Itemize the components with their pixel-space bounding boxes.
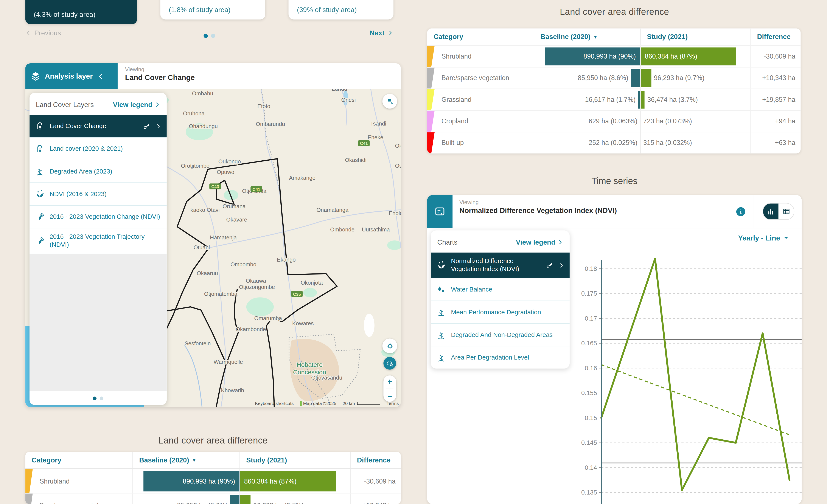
summary-card-selected[interactable]: (4.3% of study area) — [26, 0, 137, 24]
map-town-label: Okonjota — [301, 280, 323, 286]
map-town-label: Otuani — [194, 244, 210, 250]
area-search-button[interactable] — [383, 94, 397, 109]
table-row[interactable]: Grassland16,617 ha (1.7%)36,474 ha (3.7%… — [427, 89, 801, 110]
scale-indicator: 20 km — [343, 401, 380, 406]
charts-panel-title: Charts — [437, 238, 457, 246]
zoom-in-button[interactable]: + — [387, 377, 392, 386]
svg-text:0.15: 0.15 — [585, 414, 597, 421]
map-attribution: Keyboard shortcuts Map data ©2025 20 km … — [255, 401, 399, 406]
chart-view-button[interactable] — [763, 203, 779, 219]
layers-panel-title: Land Cover Layers — [36, 101, 94, 109]
road-badge-label: C43 — [211, 184, 219, 189]
column-header[interactable]: Baseline (2020)▼ — [132, 452, 239, 468]
summary-card[interactable]: (1.8% of study area) — [160, 0, 265, 19]
summary-card[interactable]: (39% of study area) — [289, 0, 393, 19]
map-town-label: Ombarundu — [256, 121, 285, 127]
table-row[interactable]: Built-up252 ha (0.025%)315 ha (0.032%)+6… — [427, 132, 801, 153]
layers-panel-pagination[interactable] — [30, 391, 167, 405]
landcover-icon — [35, 144, 45, 154]
column-header[interactable]: Difference — [750, 29, 800, 45]
time-series-tab[interactable] — [427, 195, 453, 228]
crosshair-icon — [385, 342, 394, 351]
bar-chart-icon — [767, 208, 775, 215]
layers-icon — [31, 71, 41, 82]
collapse-chevron-icon[interactable] — [97, 72, 104, 80]
ndvi-icon — [35, 189, 45, 199]
map-town-label: Oukongo — [218, 158, 241, 164]
column-header[interactable]: Difference — [350, 452, 401, 468]
difference-cell: +94 ha — [750, 111, 800, 132]
map-town-label: Okauwa — [246, 278, 266, 284]
layer-item-2[interactable]: Degraded Area (2023) — [30, 160, 167, 182]
study-cell: 96,293 ha (9.7%) — [239, 494, 350, 504]
view-legend-link[interactable]: View legend — [516, 238, 563, 246]
layer-item-5[interactable]: 2016 - 2023 Vegetation Trajectory (NDVI) — [30, 228, 167, 254]
map-town-label: Eheke — [368, 134, 383, 140]
map-town-label: Khowarib — [221, 387, 244, 393]
column-header[interactable]: Category — [26, 452, 133, 468]
table-row[interactable]: Bare/sparse vegetation85,950 ha (8.6%)96… — [427, 67, 801, 89]
carousel-dots[interactable] — [26, 32, 393, 40]
layer-item-3[interactable]: NDVI (2016 & 2023) — [30, 182, 167, 205]
info-icon[interactable]: i — [736, 207, 745, 216]
map-panel: LunduOmbahuEtotoOnesiOruhonaOmbarunduOha… — [26, 63, 401, 407]
column-header[interactable]: Study (2021) — [239, 452, 350, 468]
layer-item-4[interactable]: 2016 - 2023 Vegetation Change (NDVI) — [30, 205, 167, 228]
chart-item-4[interactable]: Area Per Degradation Level — [431, 346, 570, 368]
map-town-label: Okaaruu — [197, 270, 218, 276]
vegchange-icon — [35, 212, 45, 222]
category-cell: Built-up — [427, 133, 534, 153]
view-legend-link[interactable]: View legend — [113, 101, 160, 109]
baseline-cell: 85,950 ha (8.6%) — [132, 494, 239, 504]
sort-caret-icon: ▼ — [192, 457, 196, 462]
card-percent: (39% of study area) — [297, 6, 357, 14]
chart-item-1[interactable]: Water Balance — [431, 278, 570, 301]
select-area-button[interactable] — [383, 357, 396, 370]
zoom-out-button[interactable]: − — [387, 391, 392, 400]
road-badge-label: C41 — [360, 141, 368, 146]
study-cell: 315 ha (0.032%) — [640, 133, 750, 153]
land-cover-table: CategoryBaseline (2020)▼Study (2021)Diff… — [26, 452, 401, 504]
study-cell: 96,293 ha (9.7%) — [640, 67, 750, 89]
difference-cell: -30,609 ha — [750, 46, 800, 67]
chart-item-2[interactable]: Mean Performance Degradation — [431, 301, 570, 323]
svg-text:0.165: 0.165 — [581, 340, 597, 347]
my-location-button[interactable] — [383, 339, 397, 353]
table-title: Land cover area difference — [427, 7, 802, 17]
keyboard-shortcuts-link[interactable]: Keyboard shortcuts — [255, 401, 294, 406]
chart-item-3[interactable]: Degraded And Non-Degraded Areas — [431, 323, 570, 346]
table-row[interactable]: Cropland629 ha (0.063%)723 ha (0.073%)+9… — [427, 110, 801, 132]
report-card-icon — [434, 206, 446, 217]
dashboard: (4.3% of study area) (1.8% of study area… — [0, 0, 827, 504]
difference-cell: -30,609 ha — [350, 469, 401, 493]
column-header[interactable]: Study (2021) — [640, 29, 750, 45]
layer-item-0-selected[interactable]: Land Cover Change — [30, 115, 167, 137]
svg-text:0.175: 0.175 — [581, 290, 597, 297]
table-row[interactable]: Bare/sparse vegetation85,950 ha (8.6%)96… — [26, 493, 401, 504]
layer-item-1[interactable]: Land cover (2020 & 2021) — [30, 137, 167, 160]
flag-search-icon — [385, 97, 394, 106]
map-town-label: Eholongo — [389, 210, 401, 216]
chart-item-0-selected[interactable]: Normalized Difference Vegetation Index (… — [431, 253, 570, 278]
map-town-label: Warmquelle — [214, 359, 243, 365]
viewing-header: Viewing Normalized Difference Vegetation… — [452, 195, 736, 228]
table-view-button[interactable] — [779, 203, 794, 219]
viewing-label: Viewing — [459, 199, 736, 205]
table-title: Land cover area difference — [26, 436, 401, 446]
table-row[interactable]: Shrubland890,993 ha (90%)860,384 ha (87%… — [427, 45, 801, 67]
map-town-label: Orumana — [223, 203, 246, 209]
next-button[interactable]: Next — [370, 29, 393, 37]
baseline-cell: 890,993 ha (90%) — [132, 469, 239, 493]
column-header[interactable]: Baseline (2020)▼ — [534, 29, 640, 45]
category-cell: Grassland — [427, 89, 534, 110]
study-cell: 36,474 ha (3.7%) — [640, 89, 750, 110]
map-town-label: Okahao — [395, 143, 401, 149]
difference-cell: +10,343 ha — [350, 494, 401, 504]
analysis-layer-button[interactable]: Analysis layer — [26, 63, 118, 89]
box-search-icon — [386, 359, 394, 367]
table-header-row: CategoryBaseline (2020)▼Study (2021)Diff… — [26, 452, 401, 469]
table-row[interactable]: Shrubland890,993 ha (90%)860,384 ha (87%… — [26, 469, 401, 493]
column-header[interactable]: Category — [427, 29, 534, 45]
map-town-label: Sesfontein — [185, 340, 211, 346]
map-town-label: Uutsathima — [362, 226, 390, 233]
